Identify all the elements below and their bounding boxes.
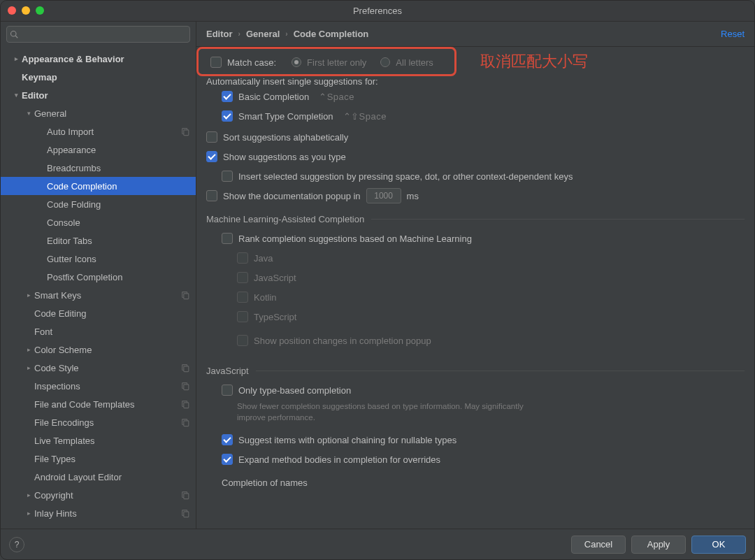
sidebar-item-code-folding[interactable]: Code Folding <box>1 195 196 213</box>
sidebar: ▸Appearance & BehaviorKeymap▾Editor▾Gene… <box>1 22 196 529</box>
copy-settings-icon[interactable] <box>180 490 190 500</box>
sidebar-item-appearance[interactable]: Appearance <box>1 141 196 159</box>
show-doc-checkbox[interactable] <box>206 190 217 201</box>
sidebar-item-file-and-code-templates[interactable]: File and Code Templates <box>1 395 196 413</box>
minimize-icon[interactable] <box>22 6 30 15</box>
crumb-editor[interactable]: Editor <box>206 29 233 39</box>
content-panel: Editor › General › Code Completion Reset… <box>196 22 754 529</box>
search-input[interactable] <box>6 26 190 43</box>
sidebar-item-label: Code Editing <box>34 308 190 319</box>
sidebar-item-file-encodings[interactable]: File Encodings <box>1 413 196 431</box>
chevron-right-icon[interactable]: ▸ <box>23 346 34 353</box>
sidebar-item-console[interactable]: Console <box>1 213 196 231</box>
only-type-hint: Show fewer completion suggestions based … <box>237 401 531 423</box>
copy-settings-icon[interactable] <box>180 363 190 373</box>
window-controls <box>8 6 44 15</box>
divider <box>256 371 745 371</box>
sidebar-item-label: File and Code Templates <box>34 399 180 410</box>
copy-settings-icon[interactable] <box>180 399 190 409</box>
sidebar-item-keymap[interactable]: Keymap <box>1 68 196 86</box>
show-position-checkbox[interactable] <box>237 335 248 346</box>
crumb-general[interactable]: General <box>246 29 280 39</box>
suggest-chaining-checkbox[interactable] <box>222 434 233 445</box>
sidebar-item-editor-tabs[interactable]: Editor Tabs <box>1 231 196 250</box>
sidebar-item-code-completion[interactable]: Code Completion <box>1 177 196 195</box>
sidebar-item-appearance-behavior[interactable]: ▸Appearance & Behavior <box>1 50 196 68</box>
basic-shortcut: ⌃Space <box>319 92 354 102</box>
chevron-right-icon[interactable]: ▸ <box>23 292 34 299</box>
sidebar-item-smart-keys[interactable]: ▸Smart Keys <box>1 286 196 304</box>
sidebar-item-editor[interactable]: ▾Editor <box>1 86 196 104</box>
copy-settings-icon[interactable] <box>180 417 190 427</box>
chevron-down-icon[interactable]: ▾ <box>23 110 34 117</box>
copy-settings-icon[interactable] <box>180 290 190 300</box>
rank-ml-checkbox[interactable] <box>222 233 233 244</box>
show-as-you-type-label: Show suggestions as you type <box>223 152 346 162</box>
sidebar-item-label: Code Completion <box>47 181 190 192</box>
copy-settings-icon[interactable] <box>180 508 190 518</box>
only-type-checkbox[interactable] <box>222 385 233 396</box>
chevron-right-icon[interactable]: ▸ <box>23 510 34 517</box>
show-as-you-type-checkbox[interactable] <box>206 151 217 162</box>
ml-typescript-checkbox[interactable] <box>237 311 248 322</box>
all-letters-radio[interactable] <box>380 57 390 67</box>
ml-javascript-checkbox[interactable] <box>237 272 248 283</box>
first-letter-radio[interactable] <box>292 57 301 67</box>
expand-bodies-checkbox[interactable] <box>222 454 233 465</box>
show-position-label: Show position changes in completion popu… <box>254 336 431 346</box>
settings-tree[interactable]: ▸Appearance & BehaviorKeymap▾Editor▾Gene… <box>1 47 196 529</box>
chevron-right-icon: › <box>238 30 240 38</box>
sidebar-item-code-style[interactable]: ▸Code Style <box>1 359 196 377</box>
sort-alpha-checkbox[interactable] <box>206 131 217 143</box>
ml-kotlin-checkbox[interactable] <box>237 292 248 303</box>
sidebar-item-copyright[interactable]: ▸Copyright <box>1 486 196 504</box>
copy-settings-icon[interactable] <box>180 381 190 391</box>
match-case-checkbox[interactable] <box>210 57 222 68</box>
sidebar-item-color-scheme[interactable]: ▸Color Scheme <box>1 340 196 359</box>
sidebar-item-label: Copyright <box>34 490 180 501</box>
apply-button[interactable]: Apply <box>631 536 686 554</box>
ml-java-checkbox[interactable] <box>237 252 248 264</box>
sidebar-item-label: Font <box>34 326 190 337</box>
crumb-code-completion: Code Completion <box>294 29 369 39</box>
sidebar-item-inlay-hints[interactable]: ▸Inlay Hints <box>1 504 196 522</box>
chevron-down-icon[interactable]: ▾ <box>10 92 22 99</box>
sidebar-item-label: Inlay Hints <box>34 508 180 519</box>
basic-completion-checkbox[interactable] <box>222 91 233 102</box>
ms-label: ms <box>407 191 419 201</box>
ok-button[interactable]: OK <box>691 536 746 554</box>
sidebar-item-live-templates[interactable]: Live Templates <box>1 431 196 450</box>
cancel-button[interactable]: Cancel <box>571 536 626 554</box>
smart-completion-checkbox[interactable] <box>222 110 233 122</box>
copy-settings-icon[interactable] <box>180 127 190 136</box>
chevron-right-icon[interactable]: ▸ <box>10 55 22 62</box>
sidebar-item-inspections[interactable]: Inspections <box>1 377 196 395</box>
js-section-title: JavaScript <box>206 366 249 376</box>
ml-javascript-label: JavaScript <box>254 273 296 283</box>
chevron-right-icon[interactable]: ▸ <box>23 364 34 371</box>
close-icon[interactable] <box>8 6 16 15</box>
sidebar-item-gutter-icons[interactable]: Gutter Icons <box>1 250 196 268</box>
sidebar-item-label: Android Layout Editor <box>34 472 190 482</box>
sidebar-item-general[interactable]: ▾General <box>1 104 196 122</box>
maximize-icon[interactable] <box>36 6 44 15</box>
sidebar-item-android-layout-editor[interactable]: Android Layout Editor <box>1 468 196 486</box>
sidebar-item-breadcrumbs[interactable]: Breadcrumbs <box>1 159 196 177</box>
insert-selected-checkbox[interactable] <box>222 171 233 182</box>
sidebar-item-file-types[interactable]: File Types <box>1 450 196 468</box>
search-icon <box>10 30 18 38</box>
chevron-right-icon[interactable]: ▸ <box>23 491 34 498</box>
svg-rect-13 <box>184 421 189 426</box>
reset-link[interactable]: Reset <box>721 29 745 39</box>
sidebar-item-label: Editor <box>22 90 190 101</box>
first-letter-label: First letter only <box>307 57 366 68</box>
doc-delay-input[interactable] <box>366 188 401 203</box>
sidebar-item-postfix-completion[interactable]: Postfix Completion <box>1 268 196 286</box>
sidebar-item-label: Appearance <box>47 145 190 155</box>
sidebar-item-label: Keymap <box>22 72 190 82</box>
sidebar-item-auto-import[interactable]: Auto Import <box>1 122 196 141</box>
help-button[interactable]: ? <box>9 537 24 552</box>
ml-kotlin-label: Kotlin <box>254 292 277 303</box>
sidebar-item-font[interactable]: Font <box>1 322 196 340</box>
sidebar-item-code-editing[interactable]: Code Editing <box>1 304 196 322</box>
